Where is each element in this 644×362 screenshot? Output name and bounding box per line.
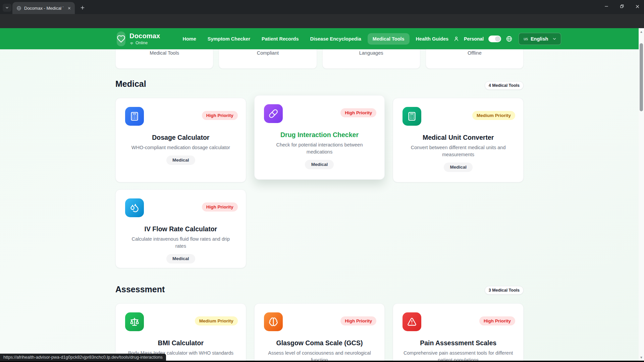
stat-card-label: Medical Tools bbox=[150, 50, 179, 56]
pill-icon bbox=[264, 104, 283, 123]
brand-name: Docomax bbox=[129, 32, 160, 40]
tool-card-glasgow-coma-scale[interactable]: High Priority Glasgow Coma Scale (GCS) A… bbox=[254, 303, 385, 362]
page-scrollbar[interactable]: ▲ ▼ bbox=[639, 28, 644, 362]
scrollbar-thumb[interactable] bbox=[640, 43, 643, 111]
category-tag: Medical bbox=[166, 156, 195, 165]
droplets-icon bbox=[125, 198, 144, 217]
site-header: Docomax Online Home Symptom Checker Pati… bbox=[0, 28, 644, 49]
tool-card-medical-unit-converter[interactable]: Medium Priority Medical Unit Converter C… bbox=[393, 98, 524, 182]
minimize-button[interactable] bbox=[603, 3, 610, 10]
tool-title[interactable]: Dosage Calculator bbox=[126, 126, 236, 141]
stat-card-label: Compliant bbox=[257, 50, 279, 56]
alert-triangle-icon bbox=[402, 312, 421, 331]
restore-button[interactable] bbox=[619, 3, 625, 10]
priority-badge: High Priority bbox=[479, 316, 515, 325]
medical-cards-row-2: High Priority IV Flow Rate Calculator Ca… bbox=[115, 189, 524, 268]
calculator-icon bbox=[125, 107, 144, 126]
section-title-assessment: Assessment bbox=[115, 285, 165, 294]
priority-badge: High Priority bbox=[202, 202, 238, 212]
nav-item-symptom-checker[interactable]: Symptom Checker bbox=[203, 33, 255, 45]
scrollbar-down-icon[interactable]: ▼ bbox=[639, 355, 643, 359]
tab-strip: Docomax - Medical Tools bbox=[0, 0, 644, 14]
tool-description: Assess level of consciousness and neurol… bbox=[265, 350, 375, 362]
language-label: English bbox=[531, 36, 548, 42]
category-tag: Medical bbox=[305, 160, 334, 169]
tool-title[interactable]: Drug Interaction Checker bbox=[265, 123, 375, 139]
chevron-down-icon bbox=[5, 6, 9, 10]
priority-badge: High Priority bbox=[340, 316, 376, 325]
browser-toolbar: afrihealth-advisor-pwa-d1g0pck82vjpr83nc… bbox=[0, 14, 644, 28]
stat-card-label: Offline bbox=[468, 50, 482, 56]
tab-search-button[interactable] bbox=[3, 4, 11, 12]
browser-window: Docomax - Medical Tools bbox=[0, 0, 644, 362]
wifi-icon bbox=[129, 41, 134, 45]
toggle-knob bbox=[495, 36, 500, 42]
browser-tab[interactable]: Docomax - Medical Tools bbox=[12, 2, 75, 14]
brain-icon bbox=[264, 312, 283, 331]
category-tag: Medical bbox=[444, 163, 473, 172]
tool-card-pain-assessment-scales[interactable]: High Priority Pain Assessment Scales Com… bbox=[393, 303, 524, 362]
tool-title[interactable]: Medical Unit Converter bbox=[403, 126, 513, 141]
section-title-medical: Medical bbox=[115, 79, 146, 89]
tool-description: Calculate intravenous fluid flow rates a… bbox=[126, 236, 236, 250]
nav-item-disease-encyclopedia[interactable]: Disease Encyclopedia bbox=[305, 33, 366, 45]
tool-card-bmi-calculator[interactable]: Medium Priority BMI Calculator Body Mass… bbox=[115, 303, 246, 362]
brand-logo[interactable] bbox=[117, 32, 125, 46]
globe-icon[interactable] bbox=[506, 36, 513, 42]
main-nav: Home Symptom Checker Patient Records Dis… bbox=[177, 33, 453, 45]
priority-badge: Medium Priority bbox=[195, 316, 238, 325]
tool-card-drug-interaction-checker[interactable]: High Priority Drug Interaction Checker C… bbox=[254, 95, 385, 180]
medical-count-badge: 4 Medical Tools bbox=[485, 81, 524, 90]
tool-title[interactable]: IV Flow Rate Calculator bbox=[126, 217, 236, 233]
plus-icon bbox=[80, 5, 85, 10]
category-tag: Medical bbox=[166, 254, 195, 263]
assessment-cards-row: Medium Priority BMI Calculator Body Mass… bbox=[115, 303, 524, 362]
tool-description: Check for potential interactions between… bbox=[265, 141, 375, 156]
chevron-down-icon bbox=[552, 37, 557, 41]
tool-description: Convert between different medical units … bbox=[403, 144, 513, 158]
window-controls bbox=[603, 3, 641, 10]
nav-item-medical-tools[interactable]: Medical Tools bbox=[368, 33, 410, 45]
tool-title[interactable]: Glasgow Coma Scale (GCS) bbox=[265, 331, 375, 347]
link-status-tooltip: https://afrihealth-advisor-pwa-d1g0pck82… bbox=[0, 354, 166, 361]
language-select[interactable]: us English bbox=[519, 33, 561, 45]
page-content: Medical Tools Compliant Languages Offlin… bbox=[0, 28, 644, 362]
tool-card-dosage-calculator[interactable]: High Priority Dosage Calculator WHO-comp… bbox=[115, 98, 246, 182]
tool-description: Comprehensive pain assessment tools for … bbox=[403, 350, 513, 362]
assessment-count-badge: 3 Medical Tools bbox=[485, 286, 524, 295]
tab-close-icon[interactable] bbox=[66, 5, 72, 11]
scrollbar-up-icon[interactable]: ▲ bbox=[639, 29, 643, 34]
nav-item-patient-records[interactable]: Patient Records bbox=[257, 33, 304, 45]
stat-card-label: Languages bbox=[359, 50, 383, 56]
close-window-button[interactable] bbox=[634, 3, 641, 10]
medical-cards-row-1: High Priority Dosage Calculator WHO-comp… bbox=[115, 98, 524, 182]
tool-description: WHO-compliant medication dosage calculat… bbox=[126, 144, 236, 151]
tab-title: Docomax - Medical Tools bbox=[24, 6, 63, 11]
profile-mode-label: Personal bbox=[464, 36, 484, 42]
new-tab-button[interactable] bbox=[78, 3, 87, 12]
nav-item-health-guides[interactable]: Health Guides bbox=[411, 33, 454, 45]
tab-favicon-globe-icon bbox=[16, 6, 21, 11]
heart-icon bbox=[117, 35, 125, 43]
person-icon bbox=[453, 36, 459, 42]
priority-badge: High Priority bbox=[340, 108, 376, 117]
calculator-icon bbox=[402, 107, 421, 126]
tool-card-iv-flow-rate-calculator[interactable]: High Priority IV Flow Rate Calculator Ca… bbox=[115, 189, 246, 268]
scale-icon bbox=[125, 312, 144, 331]
priority-badge: Medium Priority bbox=[472, 111, 515, 120]
brand-block: Docomax Online bbox=[129, 32, 160, 45]
nav-item-home[interactable]: Home bbox=[177, 33, 201, 45]
tool-title[interactable]: Pain Assessment Scales bbox=[403, 331, 513, 347]
tool-title[interactable]: BMI Calculator bbox=[126, 331, 236, 347]
online-status: Online bbox=[136, 41, 148, 45]
language-code: us bbox=[524, 37, 528, 41]
profile-toggle[interactable] bbox=[488, 36, 501, 42]
priority-badge: High Priority bbox=[202, 111, 238, 120]
